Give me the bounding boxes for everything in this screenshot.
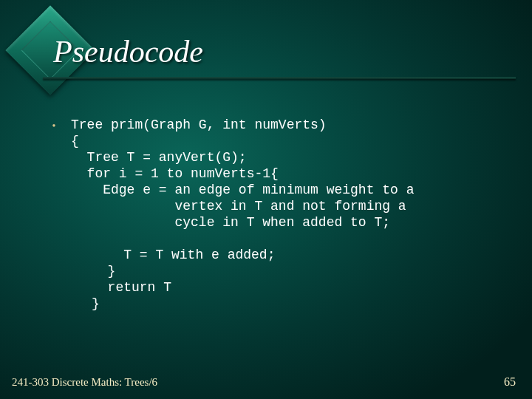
pseudocode-part1: Tree prim(Graph G, int numVerts) { Tree … <box>71 117 414 231</box>
page-number: 65 <box>504 375 516 389</box>
code-body: Tree prim(Graph G, int numVerts) { Tree … <box>71 117 414 312</box>
slide-title: Pseudocode <box>53 34 203 69</box>
slide-content: • Tree prim(Graph G, int numVerts) { Tre… <box>50 117 508 312</box>
bullet-item: • Tree prim(Graph G, int numVerts) { Tre… <box>50 117 508 312</box>
bullet-icon: • <box>50 117 58 134</box>
title-underline <box>43 77 516 79</box>
pseudocode-part2: T = T with e added; } return T } <box>71 247 414 312</box>
footer-text: 241-303 Discrete Maths: Trees/6 <box>12 376 157 389</box>
